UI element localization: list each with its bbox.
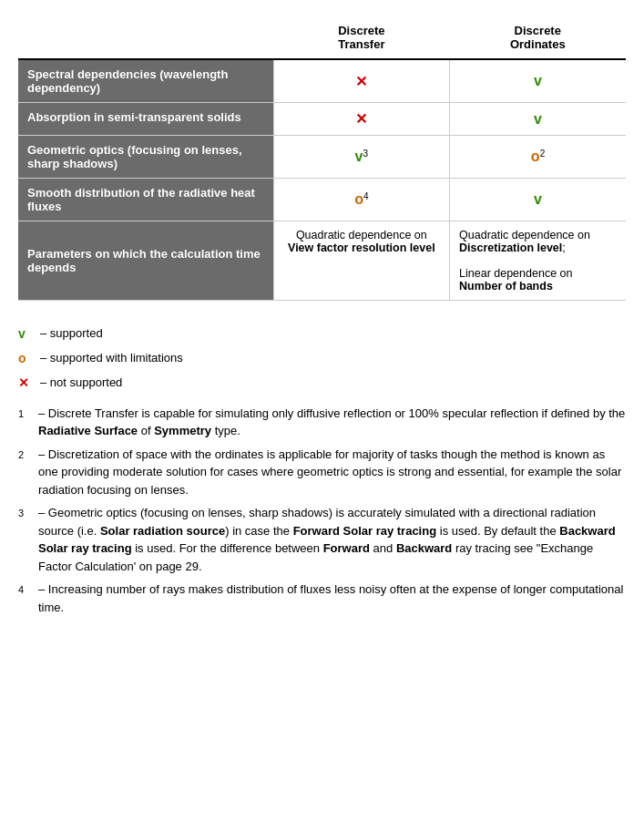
check-icon: v (355, 149, 363, 164)
header-label-col (18, 18, 273, 59)
table-row: Smooth distribution of the radiative hea… (18, 179, 626, 221)
cross-icon: ✕ (355, 74, 367, 89)
cell-parameters-dt: Quadratic dependence on View factor reso… (273, 221, 449, 301)
cell-smooth-do: v (450, 179, 626, 221)
legend-section: v – supported o – supported with limitat… (18, 323, 626, 395)
footnote-text-4: – Increasing number of rays makes distri… (38, 580, 626, 616)
footnote-num-3: 3 (18, 506, 33, 522)
cell-smooth-dt: o4 (273, 179, 449, 221)
legend-text-limitations: – supported with limitations (40, 347, 183, 368)
row-label-parameters: Parameters on which the calculation time… (18, 221, 273, 301)
table-row: Absorption in semi-transparent solids ✕ … (18, 103, 626, 136)
footnote-ref-2: 2 (540, 149, 546, 159)
comparison-table-container: Discrete Transfer Discrete Ordinates Spe… (18, 18, 626, 301)
cross-icon: ✕ (355, 111, 367, 127)
legend-symbol-check: v (18, 323, 36, 345)
footnote-text-2: – Discretization of space with the ordin… (38, 446, 626, 499)
check-icon: v (534, 191, 542, 207)
cell-geometric-dt: v3 (273, 136, 449, 179)
cell-parameters-do: Quadratic dependence on Discretization l… (450, 221, 626, 301)
table-row: Geometric optics (focusing on lenses, sh… (18, 136, 626, 179)
footnote-1: 1 – Discrete Transfer is capable for sim… (18, 405, 626, 440)
cell-absorption-do: v (450, 103, 626, 136)
cell-absorption-dt: ✕ (273, 103, 449, 136)
table-row: Parameters on which the calculation time… (18, 221, 626, 301)
legend-item-supported: v – supported (18, 323, 626, 345)
footnotes-section: 1 – Discrete Transfer is capable for sim… (18, 405, 626, 617)
footnote-3: 3 – Geometric optics (focusing on lenses… (18, 504, 626, 575)
header-discrete-transfer: Discrete Transfer (273, 18, 449, 59)
legend-text-not-supported: – not supported (40, 372, 122, 393)
table-row: Spectral dependencies (wavelength depend… (18, 59, 626, 103)
footnote-text-3: – Geometric optics (focusing on lenses, … (38, 504, 626, 575)
comparison-table: Discrete Transfer Discrete Ordinates Spe… (18, 18, 626, 301)
check-icon: v (534, 111, 542, 127)
row-label-absorption: Absorption in semi-transparent solids (18, 103, 273, 136)
footnote-num-2: 2 (18, 447, 33, 464)
footnote-ref-3: 3 (363, 149, 369, 159)
check-icon: v (534, 73, 542, 88)
cell-spectral-dt: ✕ (273, 59, 449, 103)
footnote-num-1: 1 (18, 406, 33, 423)
row-label-smooth: Smooth distribution of the radiative hea… (18, 179, 273, 221)
footnote-ref-4: 4 (363, 191, 369, 201)
circle-icon: o (531, 149, 540, 164)
footnote-text-1: – Discrete Transfer is capable for simul… (38, 405, 626, 440)
legend-symbol-circle: o (18, 347, 36, 370)
footnote-num-4: 4 (18, 582, 33, 599)
footnote-2: 2 – Discretization of space with the ord… (18, 446, 626, 499)
cell-geometric-do: o2 (450, 136, 626, 179)
footnote-4: 4 – Increasing number of rays makes dist… (18, 580, 626, 616)
legend-text-supported: – supported (40, 323, 103, 344)
circle-icon: o (354, 191, 363, 207)
row-label-spectral: Spectral dependencies (wavelength depend… (18, 59, 273, 103)
legend-item-limitations: o – supported with limitations (18, 347, 626, 370)
header-discrete-ordinates: Discrete Ordinates (450, 18, 626, 59)
legend-symbol-cross: ✕ (18, 372, 36, 395)
cell-spectral-do: v (450, 59, 626, 103)
legend-item-not-supported: ✕ – not supported (18, 372, 626, 395)
row-label-geometric: Geometric optics (focusing on lenses, sh… (18, 136, 273, 179)
